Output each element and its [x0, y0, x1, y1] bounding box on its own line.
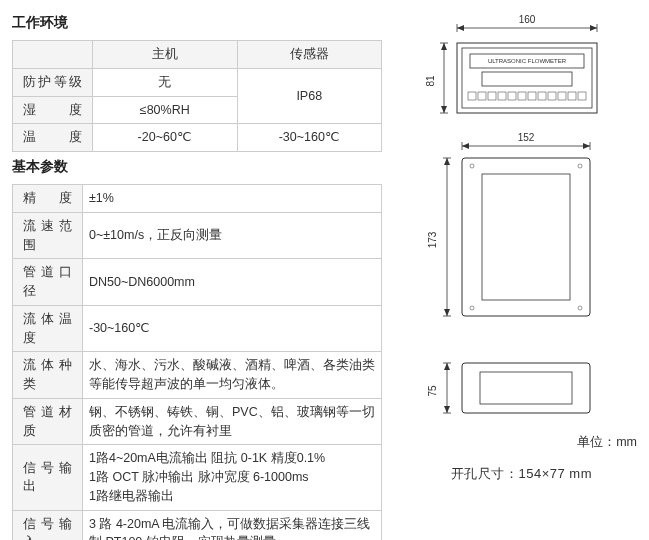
row-value: 无 [93, 68, 238, 96]
row-label: 信号输入 [13, 510, 83, 540]
row-label: 流体种类 [13, 352, 83, 399]
row-value: -20~60℃ [93, 124, 238, 152]
table-row: 温 度 -20~60℃ -30~160℃ [13, 124, 382, 152]
row-label: 流体温度 [13, 305, 83, 352]
svg-rect-18 [508, 92, 516, 100]
row-label: 精 度 [13, 185, 83, 213]
row-label: 管道材质 [13, 398, 83, 445]
row-value: -30~160℃ [83, 305, 382, 352]
row-value: IP68 [237, 68, 382, 124]
row-value: ≤80%RH [93, 96, 238, 124]
row-label: 管道口径 [13, 259, 83, 306]
svg-rect-22 [548, 92, 556, 100]
svg-marker-47 [444, 363, 450, 370]
svg-rect-14 [468, 92, 476, 100]
unit-label: 单位：mm [406, 434, 637, 451]
table-row: 流体温度-30~160℃ [13, 305, 382, 352]
row-value: 0~±10m/s，正反向测量 [83, 212, 382, 259]
svg-rect-13 [482, 72, 572, 86]
svg-rect-16 [488, 92, 496, 100]
device-label: ULTRASONIC FLOWMETER [487, 58, 566, 64]
diagram-side: 152 173 [422, 128, 622, 348]
row-value: 钢、不锈钢、铸铁、铜、PVC、铝、玻璃钢等一切质密的管道，允许有衬里 [83, 398, 382, 445]
svg-point-36 [578, 306, 582, 310]
table-row: 信号输出1路4~20mA电流输出 阻抗 0-1K 精度0.1% 1路 OCT 脉… [13, 445, 382, 510]
row-label: 湿 度 [13, 96, 93, 124]
diagram-front: 160 81 ULTRASONIC FLOWMETER [422, 8, 622, 128]
svg-marker-8 [441, 43, 447, 50]
cutout-label: 开孔尺寸：154×77 mm [406, 465, 637, 483]
section-title-params: 基本参数 [12, 158, 382, 176]
table-row: 流体种类水、海水、污水、酸碱液、酒精、啤酒、各类油类等能传导超声波的单一均匀液体… [13, 352, 382, 399]
row-value: 3 路 4-20mA 电流输入，可做数据采集器连接三线制 PT100 铂电阻，实… [83, 510, 382, 540]
row-label: 温 度 [13, 124, 93, 152]
svg-rect-32 [482, 174, 570, 300]
svg-rect-24 [568, 92, 576, 100]
svg-point-35 [470, 306, 474, 310]
svg-marker-40 [444, 158, 450, 165]
svg-rect-23 [558, 92, 566, 100]
svg-marker-4 [590, 25, 597, 31]
dim-width-160: 160 [518, 14, 535, 25]
svg-rect-17 [498, 92, 506, 100]
svg-rect-25 [578, 92, 586, 100]
row-value: -30~160℃ [237, 124, 382, 152]
table-row: 精 度±1% [13, 185, 382, 213]
table-row: 管道材质钢、不锈钢、铸铁、铜、PVC、铝、玻璃钢等一切质密的管道，允许有衬里 [13, 398, 382, 445]
svg-point-34 [578, 164, 582, 168]
section-title-env: 工作环境 [12, 14, 382, 32]
row-label: 防护等级 [13, 68, 93, 96]
svg-rect-19 [518, 92, 526, 100]
dim-height-81: 81 [425, 75, 436, 87]
row-value: DN50~DN6000mm [83, 259, 382, 306]
row-value: 1路4~20mA电流输出 阻抗 0-1K 精度0.1% 1路 OCT 脉冲输出 … [83, 445, 382, 510]
col-host: 主机 [93, 41, 238, 69]
dim-height-173: 173 [427, 231, 438, 248]
row-label: 信号输出 [13, 445, 83, 510]
row-value: 水、海水、污水、酸碱液、酒精、啤酒、各类油类等能传导超声波的单一均匀液体。 [83, 352, 382, 399]
dim-width-152: 152 [517, 132, 534, 143]
svg-marker-30 [583, 143, 590, 149]
svg-marker-9 [441, 106, 447, 113]
dim-height-75: 75 [427, 385, 438, 397]
table-row: 流速范围0~±10m/s，正反向测量 [13, 212, 382, 259]
svg-rect-20 [528, 92, 536, 100]
row-value: ±1% [83, 185, 382, 213]
row-label: 流速范围 [13, 212, 83, 259]
env-table: 主机 传感器 防护等级 无 IP68 湿 度 ≤80%RH 温 度 -20~60… [12, 40, 382, 152]
col-sensor: 传感器 [237, 41, 382, 69]
table-row: 主机 传感器 [13, 41, 382, 69]
svg-marker-48 [444, 406, 450, 413]
params-table: 精 度±1% 流速范围0~±10m/s，正反向测量 管道口径DN50~DN600… [12, 184, 382, 540]
svg-marker-29 [462, 143, 469, 149]
svg-rect-21 [538, 92, 546, 100]
table-row: 管道口径DN50~DN6000mm [13, 259, 382, 306]
table-row: 信号输入3 路 4-20mA 电流输入，可做数据采集器连接三线制 PT100 铂… [13, 510, 382, 540]
diagram-bottom: 75 [422, 348, 622, 428]
table-row: 防护等级 无 IP68 [13, 68, 382, 96]
svg-marker-3 [457, 25, 464, 31]
svg-rect-15 [478, 92, 486, 100]
svg-point-33 [470, 164, 474, 168]
svg-marker-41 [444, 309, 450, 316]
svg-rect-43 [480, 372, 572, 404]
